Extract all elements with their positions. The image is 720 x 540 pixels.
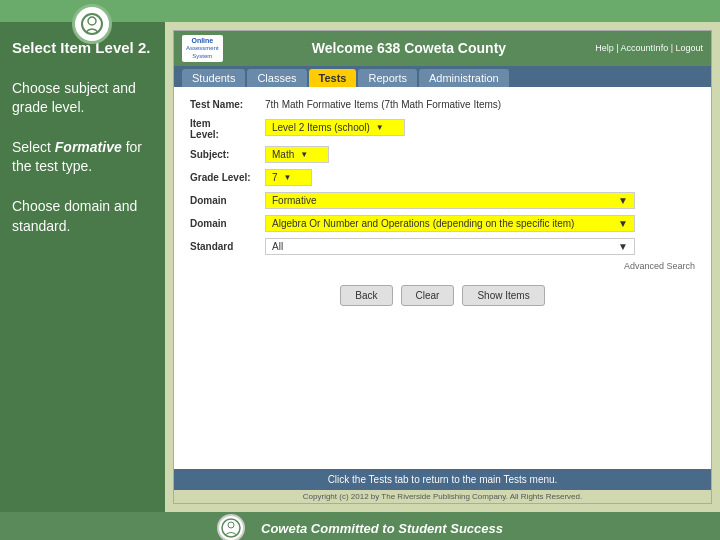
domain2-label: Domain <box>190 218 265 229</box>
copyright-text: Copyright (c) 2012 by The Riverside Publ… <box>303 492 582 501</box>
browser-header: Online Assessment System Welcome 638 Cow… <box>174 31 711 66</box>
tab-students[interactable]: Students <box>182 69 245 87</box>
standard-dropdown[interactable]: All ▼ <box>265 238 635 255</box>
standard-label: Standard <box>190 241 265 252</box>
subject-label: Subject: <box>190 149 265 160</box>
domain2-dropdown[interactable]: Algebra Or Number and Operations (depend… <box>265 215 635 232</box>
oas-logo: Online Assessment System <box>182 35 223 62</box>
show-items-button[interactable]: Show Items <box>462 285 544 306</box>
domain1-row: Domain Formative ▼ <box>190 192 695 209</box>
grade-arrow: ▼ <box>284 173 292 182</box>
main-layout: Select Item Level 2. Choose subject and … <box>0 22 720 512</box>
top-bar <box>0 0 720 22</box>
item-level-value[interactable]: Level 2 Items (school) ▼ <box>265 119 405 136</box>
tab-tests[interactable]: Tests <box>309 69 357 87</box>
site-logo <box>72 4 112 44</box>
button-row: Back Clear Show Items <box>190 285 695 306</box>
domain2-row: Domain Algebra Or Number and Operations … <box>190 215 695 232</box>
sidebar: Select Item Level 2. Choose subject and … <box>0 22 165 512</box>
item-level-row: ItemLevel: Level 2 Items (school) ▼ <box>190 116 695 140</box>
bottom-info-text: Click the Tests tab to return to the mai… <box>328 474 558 485</box>
standard-row: Standard All ▼ <box>190 238 695 255</box>
copyright-bar: Copyright (c) 2012 by The Riverside Publ… <box>174 490 711 503</box>
test-name-value: 7th Math Formative Items (7th Math Forma… <box>265 99 501 110</box>
subject-arrow: ▼ <box>300 150 308 159</box>
content-area: Online Assessment System Welcome 638 Cow… <box>165 22 720 512</box>
sidebar-title-2: Choose subject and grade level. <box>12 80 136 116</box>
subject-row: Subject: Math ▼ <box>190 146 695 163</box>
sidebar-section-4: Choose domain and standard. <box>12 197 153 236</box>
grade-level-value[interactable]: 7 ▼ <box>265 169 312 186</box>
browser-title: Welcome 638 Coweta County <box>223 40 596 56</box>
clear-button[interactable]: Clear <box>401 285 455 306</box>
subject-value[interactable]: Math ▼ <box>265 146 329 163</box>
logo-line3: System <box>186 53 219 60</box>
sidebar-section-3: Select Formative for the test type. <box>12 138 153 177</box>
nav-tabs: Students Classes Tests Reports Administr… <box>174 66 711 87</box>
sidebar-section-2: Choose subject and grade level. <box>12 79 153 118</box>
domain1-dropdown[interactable]: Formative ▼ <box>265 192 635 209</box>
standard-arrow: ▼ <box>618 241 628 252</box>
grade-level-row: Grade Level: 7 ▼ <box>190 169 695 186</box>
logo-line1: Online <box>186 37 219 45</box>
sidebar-title-1: Select Item Level 2. <box>12 39 150 56</box>
test-name-row: Test Name: 7th Math Formative Items (7th… <box>190 99 695 110</box>
footer-logo <box>217 514 245 540</box>
sidebar-title-3: Select <box>12 139 51 155</box>
browser-links[interactable]: Help | AccountInfo | Logout <box>595 43 703 53</box>
bottom-info-bar: Click the Tests tab to return to the mai… <box>174 469 711 490</box>
svg-point-3 <box>228 522 234 528</box>
domain2-arrow: ▼ <box>618 218 628 229</box>
browser-window: Online Assessment System Welcome 638 Cow… <box>173 30 712 504</box>
test-name-label: Test Name: <box>190 99 265 110</box>
advanced-search-link[interactable]: Advanced Search <box>190 261 695 271</box>
page-footer: Coweta Committed to Student Success <box>0 512 720 540</box>
domain1-label: Domain <box>190 195 265 206</box>
item-level-arrow: ▼ <box>376 123 384 132</box>
tab-classes[interactable]: Classes <box>247 69 306 87</box>
grade-level-label: Grade Level: <box>190 172 265 183</box>
tab-administration[interactable]: Administration <box>419 69 509 87</box>
item-level-label: ItemLevel: <box>190 116 265 140</box>
sidebar-italic-3: Formative <box>55 139 122 155</box>
form-area: Test Name: 7th Math Formative Items (7th… <box>174 87 711 469</box>
domain1-arrow: ▼ <box>618 195 628 206</box>
back-button[interactable]: Back <box>340 285 392 306</box>
sidebar-title-4: Choose domain and standard. <box>12 198 137 234</box>
footer-text: Coweta Committed to Student Success <box>261 521 503 536</box>
svg-point-1 <box>88 17 96 25</box>
logo-line2: Assessment <box>186 45 219 52</box>
tab-reports[interactable]: Reports <box>358 69 417 87</box>
